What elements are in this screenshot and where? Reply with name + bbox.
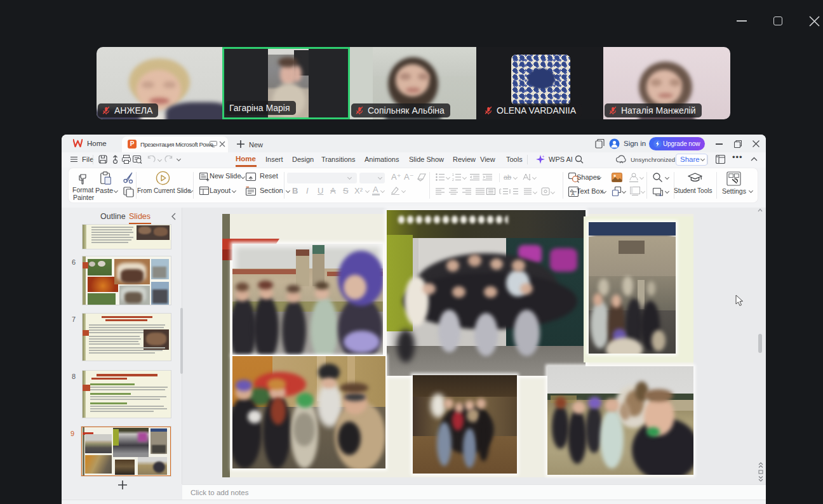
svg-text:A: A bbox=[572, 191, 575, 197]
svg-text:1: 1 bbox=[452, 173, 454, 176]
svg-text:2: 2 bbox=[452, 178, 454, 181]
